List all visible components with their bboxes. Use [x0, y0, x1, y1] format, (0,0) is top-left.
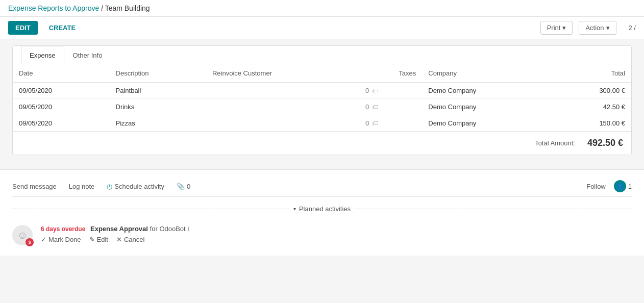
- info-icon[interactable]: ℹ: [187, 225, 190, 233]
- cell-description: Drinks: [110, 99, 206, 115]
- schedule-activity-label: Schedule activity: [114, 183, 164, 190]
- chatter-right: Follow 👤 1: [586, 180, 632, 192]
- planned-activities-header: ▾ Planned activities: [12, 205, 632, 213]
- attachment-number: 0: [187, 183, 190, 190]
- cell-company: Demo Company: [422, 83, 550, 99]
- tag-icon: 🏷: [372, 87, 378, 94]
- table-row[interactable]: 09/05/2020 Paintball 0 🏷 Demo Company 30…: [13, 83, 631, 99]
- pa-title-text: Planned activities: [299, 205, 351, 213]
- print-label: Print: [547, 24, 561, 32]
- follower-avatar: 👤: [614, 180, 626, 192]
- expense-table: Date Description Reinvoice Customer Taxe…: [13, 64, 631, 131]
- total-label: Total Amount:: [535, 139, 575, 147]
- breadcrumb-current: Team Building: [105, 4, 150, 12]
- cell-total: 42.50 €: [550, 99, 631, 115]
- breadcrumb-parent[interactable]: Expense Reports to Approve: [8, 4, 99, 12]
- follower-number: 1: [628, 183, 632, 190]
- cell-date: 09/05/2020: [13, 115, 110, 132]
- edit-activity-button[interactable]: ✎ Edit: [89, 236, 108, 243]
- tab-bar: Expense Other Info: [13, 46, 631, 64]
- col-header-taxes: Taxes: [359, 64, 422, 83]
- total-value: 492.50 €: [587, 138, 623, 148]
- send-message-label: Send message: [12, 183, 57, 190]
- schedule-icon: ◷: [107, 183, 112, 190]
- main-content: Expense Other Info Date Description Rein…: [0, 39, 644, 169]
- activity-overdue: 6 days overdue: [41, 225, 85, 233]
- mark-done-label: Mark Done: [48, 236, 81, 243]
- activity-type: Expense Approval: [90, 225, 148, 233]
- breadcrumb-separator: /: [101, 4, 105, 12]
- cell-date: 09/05/2020: [13, 99, 110, 115]
- col-header-company: Company: [422, 64, 550, 83]
- activity-avatar-wrap: ☺ $: [12, 225, 33, 245]
- col-header-reinvoice: Reinvoice Customer: [206, 64, 359, 83]
- table-row[interactable]: 09/05/2020 Pizzas 0 🏷 Demo Company 150.0…: [13, 115, 631, 132]
- breadcrumb: Expense Reports to Approve / Team Buildi…: [0, 0, 644, 17]
- action-dropdown[interactable]: Action ▾: [579, 21, 616, 35]
- expense-card: Expense Other Info Date Description Rein…: [12, 45, 632, 155]
- total-row: Total Amount: 492.50 €: [13, 131, 631, 155]
- edit-button[interactable]: EDIT: [8, 21, 38, 35]
- pa-divider-right: [355, 209, 632, 209]
- col-header-description: Description: [110, 64, 206, 83]
- cell-company: Demo Company: [422, 99, 550, 115]
- cell-reinvoice: [206, 99, 359, 115]
- cancel-activity-button[interactable]: ✕ Cancel: [116, 236, 144, 243]
- send-message-button[interactable]: Send message: [12, 181, 57, 192]
- toolbar: EDIT CREATE Print ▾ Action ▾ 2 /: [0, 17, 644, 39]
- cell-taxes: 0 🏷: [359, 83, 422, 99]
- activity-actions: ✓ Mark Done ✎ Edit ✕ Cancel: [41, 236, 632, 243]
- page-counter: 2 /: [629, 24, 636, 32]
- schedule-activity-button[interactable]: ◷ Schedule activity: [107, 181, 164, 192]
- chatter: Send message Log note ◷ Schedule activit…: [0, 169, 644, 256]
- log-note-label: Log note: [69, 183, 95, 190]
- activity-content: 6 days overdue Expense Approval for Odoo…: [41, 225, 632, 245]
- cell-company: Demo Company: [422, 115, 550, 132]
- check-icon: ✓: [41, 236, 46, 243]
- dollar-icon: $: [28, 240, 31, 245]
- cell-date: 09/05/2020: [13, 83, 110, 99]
- tab-other-info[interactable]: Other Info: [64, 46, 111, 64]
- person-icon: 👤: [616, 183, 624, 190]
- clip-icon: 📎: [177, 183, 185, 190]
- pencil-icon: ✎: [89, 236, 95, 243]
- edit-label: Edit: [97, 236, 108, 243]
- toolbar-center: Print ▾ Action ▾: [540, 21, 616, 35]
- cell-description: Pizzas: [110, 115, 206, 132]
- tab-expense[interactable]: Expense: [21, 46, 64, 64]
- chatter-actions: Send message Log note ◷ Schedule activit…: [12, 176, 632, 197]
- follower-count: 👤 1: [614, 180, 632, 192]
- cell-description: Paintball: [110, 83, 206, 99]
- activity-header: 6 days overdue Expense Approval for Odoo…: [41, 225, 632, 233]
- print-chevron-icon: ▾: [562, 24, 566, 32]
- pa-chevron-icon: ▾: [293, 206, 296, 212]
- pa-divider-left: [12, 209, 289, 209]
- mark-done-button[interactable]: ✓ Mark Done: [41, 236, 81, 243]
- action-label: Action: [585, 24, 604, 32]
- action-chevron-icon: ▾: [606, 24, 610, 32]
- cell-total: 300.00 €: [550, 83, 631, 99]
- cell-taxes: 0 🏷: [359, 99, 422, 115]
- tag-icon: 🏷: [372, 104, 378, 111]
- cell-total: 150.00 €: [550, 115, 631, 132]
- cell-reinvoice: [206, 115, 359, 132]
- activity-badge: $: [26, 238, 34, 246]
- cell-reinvoice: [206, 83, 359, 99]
- x-icon: ✕: [116, 236, 122, 243]
- planned-activities-title: ▾ Planned activities: [293, 205, 351, 213]
- cancel-label: Cancel: [124, 236, 144, 243]
- col-header-date: Date: [13, 64, 110, 83]
- cell-taxes: 0 🏷: [359, 115, 422, 132]
- create-button[interactable]: CREATE: [42, 21, 83, 35]
- col-header-total: Total: [550, 64, 631, 83]
- follow-button[interactable]: Follow: [586, 183, 606, 190]
- table-row[interactable]: 09/05/2020 Drinks 0 🏷 Demo Company 42.50…: [13, 99, 631, 115]
- log-note-button[interactable]: Log note: [69, 181, 95, 192]
- attachment-count: 📎 0: [177, 183, 190, 190]
- tag-icon: 🏷: [372, 120, 378, 127]
- activity-for: for OdooBot: [150, 225, 188, 233]
- activity-item: ☺ $ 6 days overdue Expense Approval for …: [12, 221, 632, 249]
- print-dropdown[interactable]: Print ▾: [540, 21, 573, 35]
